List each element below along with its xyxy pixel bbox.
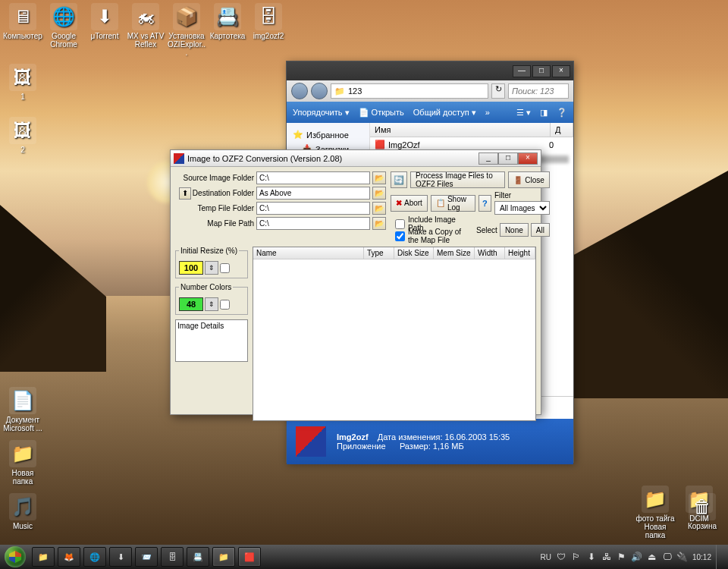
desktop-icon-1[interactable]: 🖼1 [3,64,42,101]
dest-input[interactable] [256,187,370,200]
icon-label: Компьютер [3,32,42,40]
taskbar-item-1[interactable]: 🦊 [58,547,80,567]
col-date[interactable]: Д [551,123,573,137]
maximize-button[interactable]: □ [532,65,551,77]
icon-glyph: 📁 [642,486,669,513]
open-button[interactable]: 📄 Открыть [359,108,404,118]
colors-spin[interactable]: ⇕ [205,297,218,311]
source-browse-button[interactable]: 📂 [372,171,386,184]
close-button[interactable]: × [552,65,570,77]
language-indicator[interactable]: RU [541,553,551,561]
col-memsize[interactable]: Mem Size [434,247,475,259]
desktop-icon-recycle-bin[interactable]: 🗑Корзина [682,493,722,530]
address-bar[interactable]: 📁 123 [331,83,488,99]
taskbar-item-4[interactable]: 📨 [135,547,158,567]
file-list[interactable]: Name Type Disk Size Mem Size Width Heigh… [253,247,536,421]
copy-map-checkbox[interactable]: Make a Copy of the Map File [395,230,473,242]
organize-button[interactable]: Упорядочить ▾ [293,108,350,118]
ozf-minimize-button[interactable]: _ [479,152,498,165]
temp-browse-button[interactable]: 📂 [372,202,386,215]
tray-volume-icon[interactable]: 🔊 [632,552,642,562]
taskbar-item-2[interactable]: 🌐 [83,547,106,567]
tray-utorrent-icon[interactable]: ⬇ [586,552,597,562]
view-button[interactable]: ☰ ▾ [516,108,531,118]
ozf-app-icon [174,153,184,164]
more-button[interactable]: » [485,108,490,117]
ozf-maximize-button[interactable]: □ [498,152,518,165]
refresh-icon-button[interactable]: 🔄 [391,171,407,188]
resize-spin[interactable]: ⇕ [205,261,218,275]
file-list-header[interactable]: Name Type Disk Size Mem Size Width Heigh… [253,247,535,259]
minimize-button[interactable]: — [513,65,531,77]
desktop-icon-mx-vs-atv-reflex[interactable]: 🏍MX vs ATV Reflex [126,3,165,49]
dest-up-button[interactable]: ⬆ [179,187,191,200]
tray-power-icon[interactable]: 🔌 [677,552,688,562]
map-browse-button[interactable]: 📂 [372,217,386,230]
taskbar-item-5[interactable]: 🗄 [161,547,184,567]
ozf-titlebar[interactable]: Image to OZF2 Conversion (Version 2.08) … [171,150,541,167]
tray-eject-icon[interactable]: ⏏ [647,552,657,562]
colors-check[interactable] [220,300,230,310]
ozf-close-button[interactable]: × [518,152,538,165]
refresh-button[interactable]: ↻ [491,83,505,99]
col-width[interactable]: Width [475,247,505,259]
abort-button[interactable]: ✖ Abort [391,195,428,212]
desktop-icon-картотека[interactable]: 📇Картотека [208,3,247,40]
temp-input[interactable] [256,202,370,215]
column-headers[interactable]: Имя Д [370,123,573,137]
close-button-ozf[interactable]: 🚪 Close [508,171,550,188]
desktop-icon-установка-oziexplor...[interactable]: 📦Установка OZIExplor... [167,3,206,57]
tray-shield-icon[interactable]: 🛡 [556,552,566,562]
tray-flag-icon[interactable]: ⚑ [617,552,627,562]
desktop-icon-фото-тайга-новая-папка[interactable]: 📁фото тайга Новая папка [635,486,675,539]
help-button[interactable]: ❔ [557,108,567,118]
preview-button[interactable]: ◨ [540,108,548,118]
tray-network-icon[interactable]: 🖧 [601,552,612,562]
desktop-icon-μtorrent[interactable]: ⬇μTorrent [85,3,124,40]
desktop-icon-img2ozf2[interactable]: 🗄img2ozf2 [249,3,288,40]
dest-browse-button[interactable]: 📂 [372,187,386,200]
tray-monitor-icon[interactable]: 🖵 [662,552,673,562]
tray-action-icon[interactable]: 🏳 [571,552,582,562]
taskbar-item-0[interactable]: 📁 [32,547,55,567]
taskbar-item-3[interactable]: ⬇ [109,547,132,567]
show-desktop-button[interactable] [716,545,723,569]
resize-check[interactable] [220,263,230,273]
col-type[interactable]: Type [364,247,394,259]
colors-group: Number Colors ⇕ [175,283,248,315]
showlog-button[interactable]: 📋 Show Log [431,195,475,212]
clock[interactable]: 10:12 [692,553,711,561]
col-disksize[interactable]: Disk Size [394,247,434,259]
taskbar-item-8[interactable]: 🟥 [238,547,261,567]
col-name[interactable]: Name [253,247,364,259]
resize-input[interactable] [179,261,203,275]
forward-button[interactable] [311,83,328,99]
taskbar-item-6[interactable]: 📇 [187,547,209,567]
desktop-icon-2[interactable]: 🖼2 [3,117,42,154]
start-button[interactable] [0,545,30,569]
sidebar-favorites[interactable]: ⭐ Избранное [291,127,365,142]
windows-logo-icon [5,546,26,567]
icon-label: Google Chrome [44,32,83,49]
share-button[interactable]: Общий доступ ▾ [413,108,476,118]
help-icon-button[interactable]: ? [479,195,491,212]
search-input[interactable] [508,83,569,99]
filter-select[interactable]: All Images [494,201,550,215]
desktop-icon-документ-microsoft-...[interactable]: 📄Документ Microsoft ... [3,387,42,432]
taskbar-item-7[interactable]: 📁 [212,547,235,567]
desktop-icon-компьютер[interactable]: 🖥Компьютер [3,3,42,40]
col-height[interactable]: Height [505,247,535,259]
colors-title: Number Colors [179,283,233,291]
desktop-icon-music[interactable]: 🎵Music [3,493,42,530]
process-button[interactable]: Process Image Files to OZF2 Files [410,171,505,188]
source-input[interactable] [256,171,370,184]
map-input[interactable] [256,217,370,230]
back-button[interactable] [291,83,308,99]
desktop-icon-google-chrome[interactable]: 🌐Google Chrome [44,3,83,49]
desktop-icon-новая-папка[interactable]: 📁Новая папка [3,440,42,486]
colors-input[interactable] [179,297,203,311]
explorer-titlebar[interactable]: — □ × [287,61,573,80]
select-all-button[interactable]: All [531,223,550,237]
select-none-button[interactable]: None [500,223,529,237]
col-name[interactable]: Имя [370,123,551,137]
